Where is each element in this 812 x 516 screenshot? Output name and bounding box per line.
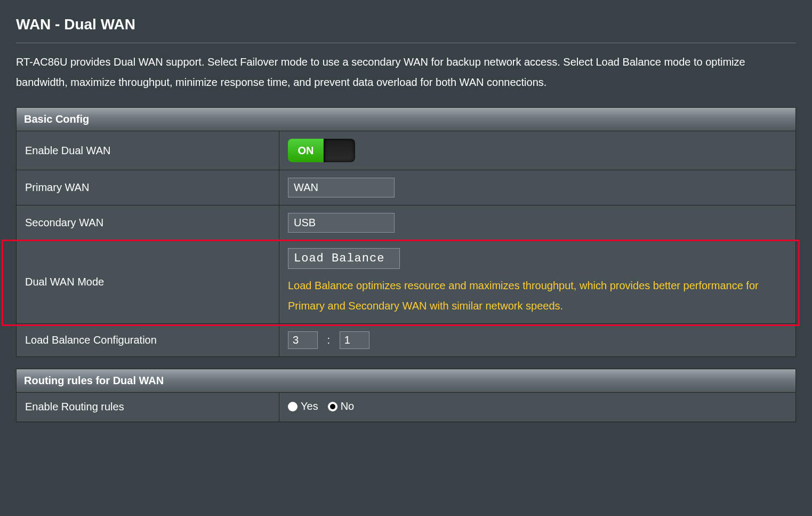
row-secondary-wan: Secondary WAN USB [17,205,795,241]
row-dual-wan-mode: Dual WAN Mode Load Balance Load Balance … [17,241,795,324]
select-secondary-wan[interactable]: USB [288,213,395,233]
row-primary-wan: Primary WAN WAN [17,170,795,205]
toggle-enable-dual-wan[interactable]: ON [288,139,355,162]
label-primary-wan: Primary WAN [17,170,279,205]
radio-routing-yes[interactable]: Yes [288,400,318,412]
divider [16,43,796,43]
dual-wan-mode-hint: Load Balance optimizes resource and maxi… [288,275,787,316]
label-dual-wan-mode: Dual WAN Mode [17,241,279,324]
routing-rules-section: Routing rules for Dual WAN Enable Routin… [16,369,796,422]
routing-rules-table: Enable Routing rules Yes No [17,393,795,422]
input-lb-secondary[interactable]: 1 [340,331,369,349]
label-enable-routing-rules: Enable Routing rules [17,393,279,422]
input-lb-primary[interactable]: 3 [288,331,318,349]
toggle-knob [324,139,355,162]
radio-no-label: No [341,400,355,412]
basic-config-table: Enable Dual WAN ON Primary WAN WAN Seco [17,131,795,356]
radio-group-routing: Yes No [288,400,354,412]
radio-dot-icon [288,402,298,411]
select-primary-wan[interactable]: WAN [288,178,395,197]
basic-config-header: Basic Config [17,108,795,131]
row-enable-dual-wan: Enable Dual WAN ON [17,131,795,170]
select-secondary-wan-value: USB [294,217,316,228]
routing-rules-header: Routing rules for Dual WAN [17,369,795,393]
basic-config-section: Basic Config Enable Dual WAN ON Primary … [16,107,796,357]
label-load-balance-config: Load Balance Configuration [17,324,279,357]
row-load-balance-config: Load Balance Configuration 3 : 1 [17,324,795,357]
lb-separator: : [321,334,337,346]
page-description: RT-AC86U provides Dual WAN support. Sele… [16,52,796,92]
radio-routing-no[interactable]: No [328,400,355,412]
select-dual-wan-mode[interactable]: Load Balance [288,248,400,269]
row-enable-routing-rules: Enable Routing rules Yes No [17,393,795,422]
label-enable-dual-wan: Enable Dual WAN [17,131,279,170]
radio-yes-label: Yes [301,400,318,412]
page-content: WAN - Dual WAN RT-AC86U provides Dual WA… [0,0,812,422]
label-secondary-wan: Secondary WAN [17,205,279,241]
page-title: WAN - Dual WAN [16,16,796,33]
toggle-on-label: ON [288,139,324,162]
select-dual-wan-mode-value: Load Balance [294,252,384,265]
select-primary-wan-value: WAN [294,181,318,193]
radio-dot-icon [328,402,337,411]
